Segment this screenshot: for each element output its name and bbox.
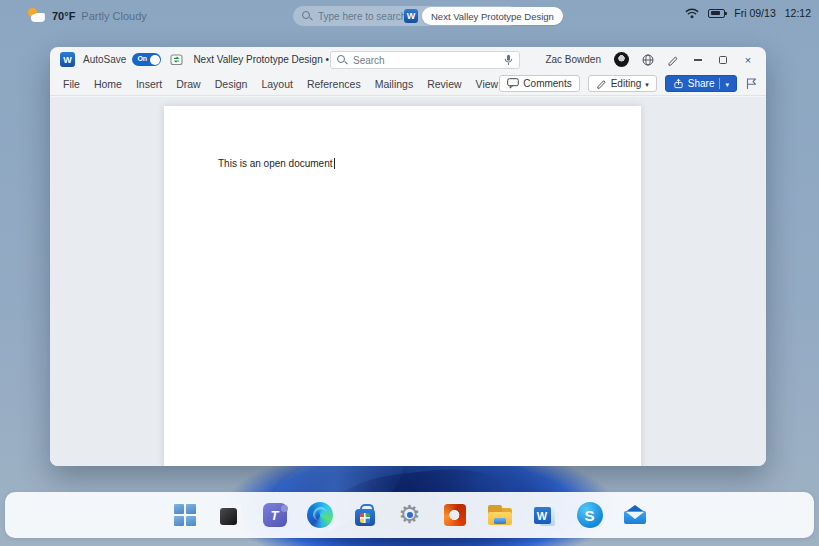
word-search-box[interactable] <box>330 51 520 69</box>
battery-icon[interactable] <box>708 9 725 18</box>
system-tray: Fri 09/13 12:12 <box>685 7 811 19</box>
tab-draw[interactable]: Draw <box>169 78 208 90</box>
word-app-icon: W <box>60 52 75 67</box>
tab-insert[interactable]: Insert <box>129 78 169 90</box>
office-icon[interactable] <box>444 504 466 526</box>
wifi-icon[interactable] <box>685 7 699 19</box>
settings-gear-icon[interactable] <box>396 501 424 529</box>
document-text[interactable]: This is an open document <box>218 158 335 169</box>
document-canvas: This is an open document <box>50 97 766 466</box>
maximize-button[interactable] <box>717 54 729 66</box>
save-status-icon[interactable] <box>170 53 183 66</box>
weather-condition: Partly Cloudy <box>81 10 146 22</box>
autosave-toggle[interactable]: On <box>132 53 161 66</box>
minimize-button[interactable] <box>692 54 704 66</box>
top-bar: 70°F Partly Cloudy W Next Valley Prototy… <box>0 0 819 30</box>
user-avatar[interactable] <box>614 52 629 67</box>
tab-home[interactable]: Home <box>87 78 129 90</box>
skype-icon[interactable]: S <box>577 502 603 528</box>
ribbon-tab-row: File Home Insert Draw Design Layout Refe… <box>50 72 766 96</box>
autosave-state: On <box>137 55 147 62</box>
taskbar-search[interactable]: W Next Valley Prototype Design <box>293 6 519 26</box>
text-cursor <box>334 158 335 169</box>
globe-icon[interactable] <box>642 54 654 66</box>
pencil-icon <box>596 78 607 89</box>
pen-icon[interactable] <box>667 54 679 66</box>
word-window: W AutoSave On Next Valley Prototype Desi… <box>50 47 766 466</box>
word-titlebar: W AutoSave On Next Valley Prototype Desi… <box>50 47 766 72</box>
comments-button[interactable]: Comments <box>499 75 579 92</box>
taskbar: T W S <box>5 492 814 538</box>
autosave-label: AutoSave <box>83 54 126 65</box>
teams-icon[interactable]: T <box>261 501 289 529</box>
running-app-chip[interactable]: Next Valley Prototype Design <box>422 7 563 25</box>
flag-icon[interactable] <box>745 77 758 90</box>
file-explorer-icon[interactable] <box>486 501 514 529</box>
word-search-input[interactable] <box>353 55 504 66</box>
mail-icon[interactable] <box>621 501 649 529</box>
ribbon-tabs: File Home Insert Draw Design Layout Refe… <box>56 78 541 90</box>
edge-browser-icon[interactable] <box>307 502 333 528</box>
tab-file[interactable]: File <box>56 78 87 90</box>
start-button-icon[interactable] <box>171 501 199 529</box>
chevron-down-icon: ▾ <box>725 81 729 88</box>
comment-icon <box>507 78 519 89</box>
taskbar-search-input[interactable] <box>318 11 404 22</box>
user-name[interactable]: Zac Bowden <box>545 54 601 65</box>
tray-date[interactable]: Fri 09/13 <box>734 7 775 19</box>
search-icon <box>337 55 347 65</box>
tab-mailings[interactable]: Mailings <box>368 78 421 90</box>
share-button[interactable]: Share ▾ <box>665 75 737 92</box>
tab-review[interactable]: Review <box>420 78 468 90</box>
chevron-down-icon: ▾ <box>645 81 649 88</box>
share-icon <box>673 78 684 89</box>
close-button[interactable]: × <box>742 54 754 66</box>
tab-layout[interactable]: Layout <box>254 78 300 90</box>
task-view-icon[interactable] <box>216 501 244 529</box>
tab-design[interactable]: Design <box>208 78 255 90</box>
search-icon <box>302 11 312 21</box>
microphone-icon[interactable] <box>504 54 513 66</box>
weather-temperature: 70°F <box>52 10 75 22</box>
editing-button[interactable]: Editing ▾ <box>588 75 657 92</box>
partly-cloudy-icon <box>28 8 46 23</box>
tab-references[interactable]: References <box>300 78 368 90</box>
word-taskbar-icon[interactable]: W <box>531 501 559 529</box>
tray-time[interactable]: 12:12 <box>785 7 811 19</box>
word-app-icon[interactable]: W <box>404 9 418 23</box>
microsoft-store-icon[interactable] <box>351 501 379 529</box>
document-page[interactable]: This is an open document <box>164 106 641 466</box>
weather-widget[interactable]: 70°F Partly Cloudy <box>28 8 147 23</box>
